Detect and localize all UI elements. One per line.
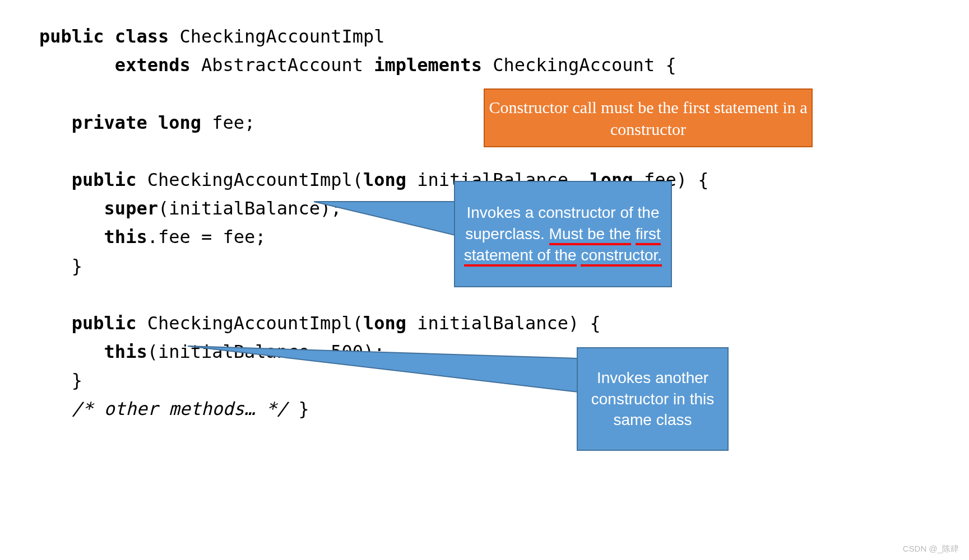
credit-text: CSDN @_陈肆 bbox=[903, 544, 959, 554]
indent bbox=[39, 341, 104, 362]
txt-ctor2-name: CheckingAccountImpl( bbox=[136, 312, 363, 334]
txt-extends: AbstractAccount bbox=[191, 54, 374, 76]
txt-close-brace: } bbox=[39, 370, 82, 391]
kw-long: long bbox=[363, 169, 406, 190]
txt-final-brace: } bbox=[288, 398, 309, 419]
callout-invokes-this-class: Invokes another constructor in this same… bbox=[577, 347, 729, 451]
callout-text: Invokes a constructor of the superclass.… bbox=[461, 202, 665, 265]
kw-super: super bbox=[104, 198, 158, 219]
space bbox=[631, 225, 636, 242]
txt-comment-other-methods: /* other methods… */ bbox=[72, 398, 288, 419]
txt-close-brace: } bbox=[39, 255, 82, 277]
indent bbox=[39, 198, 104, 219]
callout-underline: Must be the bbox=[549, 225, 631, 245]
callout-constructor-first-statement: Constructor call must be the first state… bbox=[484, 88, 813, 147]
txt-this-args: (initialBalance, 500); bbox=[147, 341, 385, 362]
callout-text: Invokes another constructor in this same… bbox=[583, 367, 722, 431]
callout-text: Constructor call must be the first state… bbox=[487, 96, 809, 140]
txt-classname: CheckingAccountImpl bbox=[169, 26, 384, 47]
kw-this-call: this bbox=[104, 341, 147, 362]
txt-assign-fee: .fee = fee; bbox=[147, 226, 266, 248]
indent bbox=[39, 169, 72, 190]
callout-invokes-superclass: Invokes a constructor of the superclass.… bbox=[454, 181, 672, 287]
indent bbox=[39, 54, 115, 76]
txt-implements: CheckingAccount { bbox=[482, 54, 676, 76]
kw-public: public bbox=[72, 169, 137, 190]
kw-implements: implements bbox=[374, 54, 482, 76]
kw-this: this bbox=[104, 226, 147, 248]
kw-public: public bbox=[72, 312, 137, 334]
kw-private-long: private long bbox=[72, 112, 201, 133]
callout-underline: constructor. bbox=[581, 246, 662, 267]
txt-super-args: (initialBalance); bbox=[158, 198, 342, 219]
txt-param1: initialBalance) { bbox=[406, 312, 601, 334]
kw-long: long bbox=[363, 312, 406, 334]
indent bbox=[39, 112, 72, 133]
kw-public-class: public class bbox=[39, 26, 169, 47]
kw-extends: extends bbox=[115, 54, 191, 76]
txt-ctor1-name: CheckingAccountImpl( bbox=[136, 169, 363, 190]
indent bbox=[39, 226, 104, 248]
txt-field-fee: fee; bbox=[201, 112, 255, 133]
indent bbox=[39, 312, 72, 334]
indent bbox=[39, 398, 72, 419]
